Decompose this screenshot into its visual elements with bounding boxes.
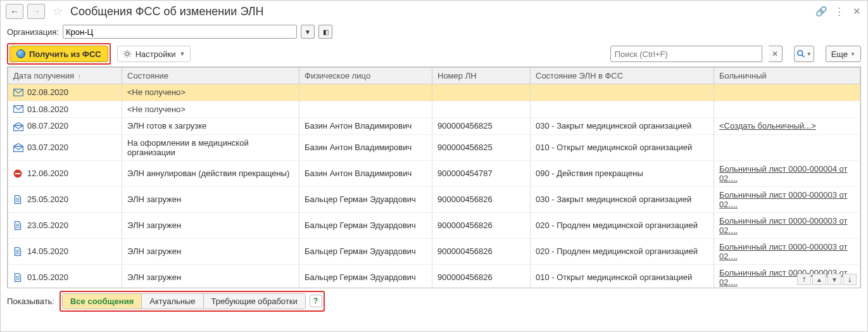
table-row[interactable]: 25.05.2020ЭЛН загруженБальцер Герман Эду… xyxy=(8,186,860,212)
cell-num: 900000456825 xyxy=(432,134,531,160)
more-label: Еще xyxy=(831,49,848,59)
org-input[interactable] xyxy=(63,25,297,39)
link-icon[interactable]: 🔗 xyxy=(815,6,827,17)
tab-actual[interactable]: Актуальные xyxy=(142,294,203,309)
cell-date: 08.07.2020 xyxy=(8,118,122,135)
col-fss-header[interactable]: Состояние ЭЛН в ФСС xyxy=(531,68,714,84)
org-open-button[interactable]: ◧ xyxy=(318,25,332,39)
table-row[interactable]: 12.06.2020ЭЛН аннулирован (действия прек… xyxy=(8,160,860,186)
cell-sick: <Создать больничный...> xyxy=(714,118,860,135)
cell-num: 900000454787 xyxy=(432,160,531,186)
cell-person: Базин Антон Владимирович xyxy=(299,134,432,160)
close-icon[interactable]: ✕ xyxy=(851,6,862,17)
chevron-down-icon: ▼ xyxy=(179,51,185,57)
cell-fss xyxy=(531,101,714,118)
cell-person xyxy=(299,101,432,118)
cell-date: 02.08.2020 xyxy=(8,84,122,101)
cell-person: Бальцер Герман Эдуардович xyxy=(299,238,432,264)
table-row[interactable]: 03.07.2020На оформлении в медицинской ор… xyxy=(8,134,860,160)
cell-person xyxy=(299,84,432,101)
sick-leave-link[interactable]: Больничный лист 0000-000004 от 02.... xyxy=(719,164,848,183)
table-header-row: Дата получения↑ Состояние Физическое лиц… xyxy=(8,68,860,84)
more-button[interactable]: Еще ▼ xyxy=(826,46,861,62)
nav-up-button[interactable]: ▲ xyxy=(812,274,826,285)
cell-person: Бальцер Герман Эдуардович xyxy=(299,212,432,238)
get-from-fss-label: Получить из ФСС xyxy=(29,49,101,59)
col-person-header[interactable]: Физическое лицо xyxy=(299,68,432,84)
settings-button[interactable]: Настройки ▼ xyxy=(117,46,191,62)
table-row[interactable]: 14.05.2020ЭЛН загруженБальцер Герман Эду… xyxy=(8,238,860,264)
tab-all-messages[interactable]: Все сообщения xyxy=(63,294,142,309)
cell-fss: 030 - Закрыт медицинской организацией xyxy=(531,186,714,212)
kebab-menu-icon[interactable]: ⋮ xyxy=(833,6,845,17)
col-state-header[interactable]: Состояние xyxy=(122,68,299,84)
cell-sick xyxy=(714,84,860,101)
cell-sick: Больничный лист 0000-000003 от 02.... xyxy=(714,186,860,212)
cell-state: ЭЛН загружен xyxy=(122,264,299,288)
table-row[interactable]: 01.08.2020<Не получено> xyxy=(8,101,860,118)
search-clear-button[interactable]: ✕ xyxy=(769,46,783,62)
col-date-header[interactable]: Дата получения↑ xyxy=(8,68,122,84)
filter-tab-group: Все сообщения Актуальные Требующие обраб… xyxy=(62,293,306,309)
page-title: Сообщения ФСС об изменении ЭЛН xyxy=(70,5,812,18)
cell-sick xyxy=(714,101,860,118)
sort-asc-icon: ↑ xyxy=(78,73,81,80)
org-label: Организация: xyxy=(7,27,59,37)
svg-rect-8 xyxy=(15,173,20,174)
settings-label: Настройки xyxy=(135,49,176,59)
cell-person: Базин Антон Владимирович xyxy=(299,160,432,186)
col-num-header[interactable]: Номер ЛН xyxy=(432,68,531,84)
table-row[interactable]: 02.08.2020<Не получено> xyxy=(8,84,860,101)
cell-sick xyxy=(714,134,860,160)
cell-num: 900000456826 xyxy=(432,186,531,212)
table-row[interactable]: 08.07.2020ЭЛН готов к загрузкеБазин Анто… xyxy=(8,118,860,135)
cell-date: 23.05.2020 xyxy=(8,212,122,238)
cell-num: 900000456826 xyxy=(432,212,531,238)
help-button[interactable]: ? xyxy=(310,295,322,307)
cell-sick: Больничный лист 0000-000003 от 02.... xyxy=(714,238,860,264)
svg-line-2 xyxy=(802,55,804,58)
cell-date: 12.06.2020 xyxy=(8,160,122,186)
highlight-filter-tabs: Все сообщения Актуальные Требующие обраб… xyxy=(60,291,325,312)
tab-need-processing[interactable]: Требующие обработки xyxy=(204,294,305,309)
table-row[interactable]: 01.05.2020ЭЛН загруженБальцер Герман Эду… xyxy=(8,264,860,288)
col-sick-header[interactable]: Больничный xyxy=(714,68,860,84)
cell-date: 14.05.2020 xyxy=(8,238,122,264)
get-from-fss-button[interactable]: Получить из ФСС xyxy=(9,46,108,62)
sick-leave-link[interactable]: <Создать больничный...> xyxy=(719,121,816,131)
nav-down-button[interactable]: ▼ xyxy=(827,274,841,285)
nav-forward-button[interactable]: → xyxy=(27,4,45,19)
cell-state: ЭЛН готов к загрузке xyxy=(122,118,299,135)
highlight-get-button: Получить из ФСС xyxy=(7,43,111,65)
nav-first-button[interactable]: ⤒ xyxy=(797,274,811,285)
search-input[interactable] xyxy=(610,46,762,62)
cell-fss: 020 - Продлен медицинской организацией xyxy=(531,212,714,238)
cell-state: <Не получено> xyxy=(122,101,299,118)
cell-state: ЭЛН загружен xyxy=(122,238,299,264)
org-dropdown-button[interactable]: ▼ xyxy=(301,25,315,39)
cell-num: 900000456826 xyxy=(432,238,531,264)
sick-leave-link[interactable]: Больничный лист 0000-000003 от 02.... xyxy=(719,242,848,261)
cell-fss xyxy=(531,84,714,101)
gear-icon xyxy=(123,49,132,58)
footer-label: Показывать: xyxy=(7,297,54,306)
cell-sick: Больничный лист 0000-000003 от 02.... xyxy=(714,212,860,238)
cell-date: 01.08.2020 xyxy=(8,101,122,118)
nav-last-button[interactable]: ⤓ xyxy=(843,274,857,285)
sick-leave-link[interactable]: Больничный лист 0000-000003 от 02.... xyxy=(719,190,848,209)
cell-num: 900000456826 xyxy=(432,264,531,288)
cell-state: ЭЛН загружен xyxy=(122,186,299,212)
table-row[interactable]: 23.05.2020ЭЛН загруженБальцер Герман Эду… xyxy=(8,212,860,238)
nav-back-button[interactable]: ← xyxy=(6,4,23,19)
magnifier-icon xyxy=(796,49,805,58)
favorite-star-icon[interactable]: ☆ xyxy=(51,5,64,18)
search-button[interactable]: ▼ xyxy=(794,46,814,62)
sick-leave-link[interactable]: Больничный лист 0000-000003 от 02.... xyxy=(719,216,848,235)
cell-person: Базин Антон Владимирович xyxy=(299,118,432,135)
cell-fss: 030 - Закрыт медицинской организацией xyxy=(531,118,714,135)
cell-num xyxy=(432,84,531,101)
cell-state: На оформлении в медицинской организации xyxy=(122,134,299,160)
cell-date: 03.07.2020 xyxy=(8,134,122,160)
cell-date: 01.05.2020 xyxy=(8,264,122,288)
table-nav-buttons: ⤒ ▲ ▼ ⤓ xyxy=(797,274,857,285)
